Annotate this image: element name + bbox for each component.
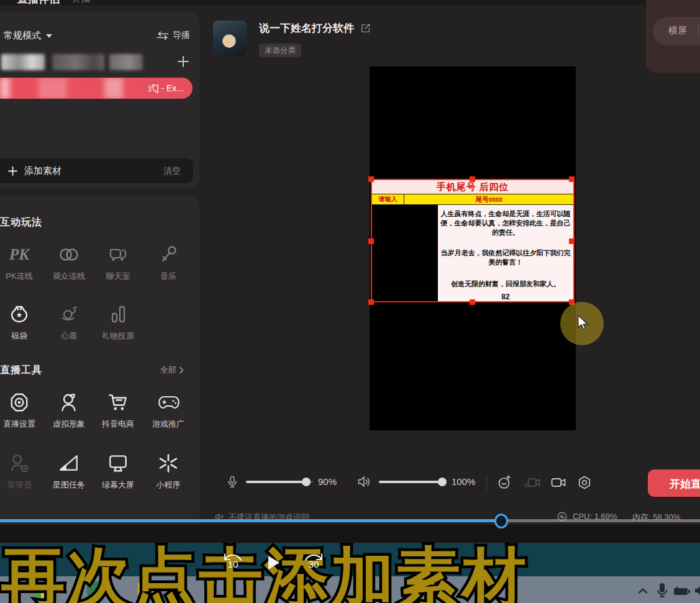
tray-speaker-icon[interactable] — [694, 584, 700, 597]
progress-thumb[interactable] — [494, 514, 508, 528]
tools-panel: 互动玩法 PK PK连线 观众连线 聊天室 音乐 福袋 心愿 — [0, 196, 199, 528]
table-paragraph-3: 创造无限的财富，回报朋友和家人。 — [439, 279, 572, 289]
mic-slider-thumb[interactable] — [302, 478, 311, 486]
swap-arrows-icon — [157, 31, 169, 40]
tool-gift-vote[interactable]: 礼物投票 — [92, 303, 144, 342]
edit-title-icon[interactable] — [360, 23, 371, 34]
avatar — [213, 20, 247, 56]
table-body: 人生虽有终点，生命却是无涯，生活可以随便，生命却要认真，怎样安排此生，是自己的责… — [372, 205, 573, 301]
music-icon — [157, 243, 180, 266]
app-window: { "header": { "logo": "直播伴侣", "menu": "开… — [0, 0, 700, 603]
add-scene-button[interactable] — [175, 53, 191, 70]
microphone-icon[interactable] — [225, 474, 239, 489]
pk-icon: PK — [8, 243, 30, 266]
camera-icon[interactable] — [550, 475, 566, 490]
tool-game-promo[interactable]: 游戏推广 — [142, 391, 194, 430]
tool-pk-link[interactable]: PK PK连线 — [0, 243, 45, 282]
bottom-toolbar: 90% 100% 5 开始直 — [211, 469, 700, 497]
tool-ecommerce[interactable]: 抖音电商 — [92, 391, 144, 430]
add-material-button[interactable]: 添加素材 — [7, 158, 61, 183]
mic-volume-slider[interactable] — [246, 481, 313, 483]
table-paragraph-1: 人生虽有终点，生命却是无涯，生活可以随便，生命却要认真，怎样安排此生，是自己的责… — [439, 209, 572, 237]
play-button[interactable] — [267, 555, 281, 571]
mic-volume-value: 90% — [318, 476, 337, 487]
tool-wish[interactable]: 心愿 — [43, 303, 95, 342]
selection-handle[interactable] — [470, 176, 475, 182]
tool-live-settings[interactable]: 直播设置 — [0, 391, 45, 430]
tools-all-button[interactable]: 全部 — [160, 365, 184, 376]
add-material-row: 添加素材 清空 — [0, 158, 193, 183]
scene-thumbnail[interactable] — [1, 54, 45, 70]
tray-microphone-icon[interactable] — [656, 583, 668, 599]
start-live-button[interactable]: 开始直 — [648, 469, 700, 497]
orientation-label: 横屏 — [668, 25, 687, 37]
settings-gear-icon[interactable] — [577, 475, 592, 490]
tool-music[interactable]: 音乐 — [142, 243, 194, 282]
chevron-right-icon — [179, 366, 184, 374]
table-paragraph-2: 当岁月老去，我依然记得以往夕阳下我们完美的誓言！ — [439, 248, 572, 267]
audience-link-icon — [58, 243, 80, 266]
table-redacted-column — [372, 205, 438, 301]
category-badge[interactable]: 未选分类 — [259, 43, 301, 57]
gamepad-icon — [157, 391, 180, 414]
selection-handle[interactable] — [368, 299, 374, 305]
chat-room-icon — [107, 243, 129, 266]
ecommerce-cart-icon — [107, 391, 129, 414]
selection-handle[interactable] — [368, 238, 374, 244]
rewind-button[interactable]: 10 — [219, 550, 247, 574]
table-input-cell: 请输入 — [372, 194, 404, 204]
tray-battery-icon[interactable] — [673, 586, 691, 596]
tool-chat-room[interactable]: 聊天室 — [92, 243, 144, 282]
speaker-slider-thumb[interactable] — [438, 478, 447, 486]
svg-text:5: 5 — [524, 482, 527, 489]
app-header-bar: 直播伴侣 开播 — [0, 0, 700, 5]
tool-green-screen[interactable]: 绿幕大屏 — [92, 452, 144, 491]
live-settings-icon — [8, 391, 30, 414]
orientation-panel: 横屏 — [646, 0, 700, 73]
tool-mini-program[interactable]: 小程序 — [142, 452, 194, 491]
clear-button[interactable]: 清空 — [163, 158, 181, 183]
source-item-selected[interactable]: 式] - Ex... — [0, 78, 193, 99]
speaker-icon[interactable] — [357, 475, 371, 489]
green-screen-icon — [107, 452, 129, 474]
progress-played — [0, 519, 497, 522]
chevron-down-icon — [46, 34, 52, 38]
tray-chevron-up-icon[interactable] — [637, 587, 648, 594]
mode-selector[interactable]: 常规模式 — [4, 30, 52, 42]
selection-handle[interactable] — [569, 176, 575, 182]
tool-lucky-bag[interactable]: 福袋 — [0, 303, 45, 342]
scenes-panel: 常规模式 导播 式] - Ex... 添加素材 清空 — [0, 11, 199, 188]
interactive-section-title: 互动玩法 — [0, 216, 42, 229]
record-camera-icon[interactable]: 5 — [524, 475, 540, 490]
add-material-label: 添加素材 — [24, 165, 61, 177]
admin-icon — [8, 452, 30, 474]
orientation-toggle[interactable]: 横屏 — [653, 17, 700, 45]
scene-thumbnail[interactable] — [52, 54, 104, 70]
tool-virtual-avatar[interactable]: 虚拟形象 — [43, 391, 95, 430]
speaker-volume-slider[interactable] — [379, 481, 445, 483]
tool-star-map[interactable]: 星图任务 — [43, 452, 95, 491]
scene-thumbnail[interactable] — [109, 54, 143, 70]
tool-audience-link[interactable]: 观众连线 — [43, 243, 95, 282]
star-map-icon — [58, 452, 80, 474]
director-button[interactable]: 导播 — [157, 30, 190, 41]
header-menu-broadcast[interactable]: 开播 — [72, 0, 91, 4]
selection-handle[interactable] — [569, 238, 575, 244]
app-logo: 直播伴侣 — [17, 0, 60, 5]
tools-section-title: 直播工具 — [0, 364, 42, 377]
forward-button[interactable]: 30 — [299, 550, 328, 574]
selection-handle[interactable] — [470, 299, 475, 305]
selected-source-element[interactable]: 手机尾号 后四位 请输入 尾号8888 人生虽有终点，生命却是无涯，生活可以随便… — [371, 179, 575, 302]
selection-handle[interactable] — [368, 176, 374, 182]
video-progress-bar[interactable] — [0, 519, 700, 523]
speaker-volume-value: 100% — [452, 476, 475, 487]
lucky-bag-icon — [8, 303, 30, 325]
system-tray — [632, 579, 700, 603]
wish-lamp-icon — [58, 303, 80, 325]
mode-selector-label: 常规模式 — [4, 30, 41, 42]
orientation-divider — [698, 25, 699, 37]
toolbar-divider — [486, 476, 487, 491]
beauty-icon[interactable] — [497, 475, 512, 490]
table-score: 82 — [439, 292, 572, 301]
tool-admin[interactable]: 管理员 — [0, 452, 45, 491]
